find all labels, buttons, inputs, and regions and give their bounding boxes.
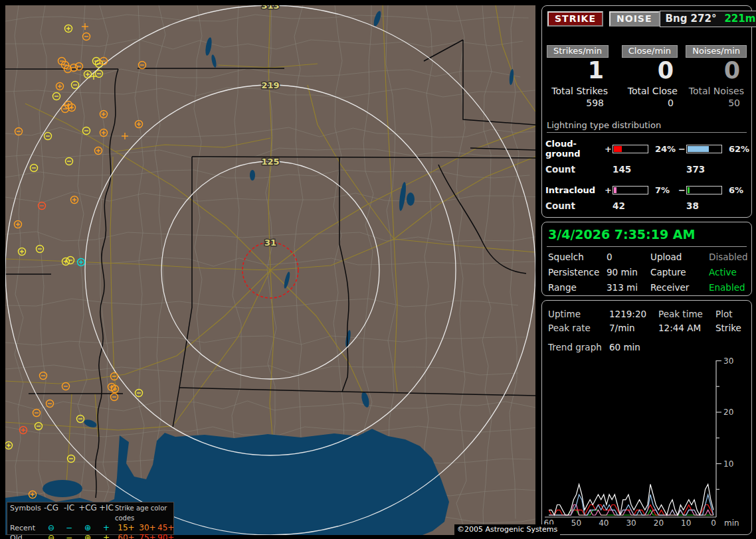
noises-per-min-chip: Noises/min [686,45,747,58]
svg-text:20: 20 [723,408,733,417]
legend-age-45: 45+ [157,523,173,533]
legend-age-90: 90+ [157,533,173,539]
total-close-value: 0 [612,98,682,108]
distribution-title: Lightning type distribution [547,120,747,133]
legend-age-30: 30+ [138,523,157,533]
squelch-value: 0 [607,252,650,262]
trend-graph-value: 60 min [609,342,658,352]
svg-text:219: 219 [261,80,279,90]
noises-per-min-value: 0 [682,58,748,83]
cg-plus-percent: 24% [651,144,678,154]
uptime-value: 1219:20 [609,309,658,319]
ic-plus-count: 42 [613,200,686,211]
legend-col-pos-cg: +CG [78,503,98,523]
close-per-min-chip: Close/min [622,45,678,58]
peak-rate-value: 7/min [609,323,658,333]
legend-col-pos-ic: +IC [98,503,115,523]
ic-minus-count: 38 [686,200,748,211]
datetime-display: 3/4/2026 7:35:19 AM [547,227,747,247]
total-noises-label: Total Noises [682,86,748,96]
ic-minus-percent: 6% [725,185,751,195]
svg-text:31: 31 [264,238,276,248]
upload-status: Disabled [709,252,748,262]
legend-age-60: 60+ [115,533,138,539]
minus-icon: − [60,533,78,539]
lightning-map[interactable]: 31321912531 [5,5,535,535]
total-noises-value: 50 [682,98,748,108]
circle-minus-icon: ⊖ [42,533,60,539]
svg-text:10: 10 [723,459,733,469]
map-legend: Symbols -CG -IC +CG +IC Strike age color… [7,502,174,535]
plus-sign: + [604,185,613,195]
peak-time-label: Peak time [658,309,715,319]
legend-age-15: 15+ [115,523,138,533]
svg-text:313: 313 [261,5,279,11]
total-strikes-label: Total Strikes [545,86,612,96]
cg-plus-count: 145 [613,164,686,175]
plot-value: Strike [715,323,747,333]
legend-col-neg-ic: -IC [60,503,78,523]
bearing-distance: 221mi [724,13,756,25]
plot-label: Plot [715,309,747,319]
svg-text:20: 20 [654,518,664,528]
trend-panel: Uptime 1219:20 Peak time Plot Peak rate … [541,300,752,535]
legend-symbols-header: Symbols [10,503,42,523]
svg-text:10: 10 [681,518,691,528]
svg-text:50: 50 [571,518,581,528]
ic-plus-percent: 7% [651,185,678,195]
cg-plus-bar [613,145,648,153]
legend-age-header: Strike age color codes [115,503,173,523]
strike-button[interactable]: STRIKE [547,11,603,27]
trend-graph-label: Trend graph [548,342,609,352]
copyright-notice: ©2005 Astrogenic Systems [454,524,560,535]
total-strikes-value: 598 [545,98,612,108]
map-canvas: 31321912531 [5,5,535,535]
trend-graph: 1020306050403020100min [542,354,751,529]
persistence-label: Persistence [548,267,607,277]
uptime-label: Uptime [548,309,609,319]
svg-text:30: 30 [626,518,636,528]
cg-minus-count: 373 [686,164,748,175]
minus-icon: − [60,523,78,533]
close-per-min-value: 0 [612,58,682,83]
svg-text:0: 0 [711,518,716,528]
status-panel: 3/4/2026 7:35:19 AM Squelch 0 Upload Dis… [541,222,752,296]
svg-text:min: min [724,518,739,528]
svg-text:40: 40 [599,518,609,528]
squelch-label: Squelch [548,252,607,262]
cg-minus-bar [686,145,722,153]
plus-sign: + [604,144,613,154]
count-label: Count [545,200,613,211]
strike-counters-panel: STRIKE NOISE Bng 272°221mi Strikes/min C… [541,5,752,218]
count-label: Count [545,164,613,175]
total-close-label: Total Close [612,86,682,96]
range-label: Range [548,282,607,293]
plus-icon: + [98,523,115,533]
noise-button[interactable]: NOISE [609,11,659,27]
ic-plus-bar [613,186,648,194]
legend-recent-label: Recent [10,523,42,533]
bearing-readout: Bng 272°221mi [660,11,756,27]
cloud-ground-label: Cloud-ground [545,139,604,159]
peak-rate-label: Peak rate [548,323,609,333]
receiver-status: Enabled [709,282,747,293]
circle-minus-icon: ⊖ [42,523,60,533]
legend-old-label: Old [10,533,42,539]
circle-plus-icon: ⊕ [78,523,98,533]
strikes-per-min-chip: Strikes/min [547,45,609,58]
intracloud-label: Intracloud [545,185,604,195]
minus-sign: − [678,185,686,195]
plus-icon: + [98,533,115,539]
capture-label: Capture [650,267,709,277]
strikes-per-min-value: 1 [545,58,612,83]
persistence-value: 90 min [607,267,650,277]
minus-sign: − [678,144,686,154]
legend-age-75: 75+ [138,533,157,539]
range-value: 313 mi [607,282,650,293]
ic-minus-bar [686,186,722,194]
circle-plus-icon: ⊕ [78,533,98,539]
svg-text:125: 125 [261,157,279,167]
svg-text:30: 30 [723,356,733,366]
cg-minus-percent: 62% [725,144,751,154]
receiver-label: Receiver [650,282,709,293]
